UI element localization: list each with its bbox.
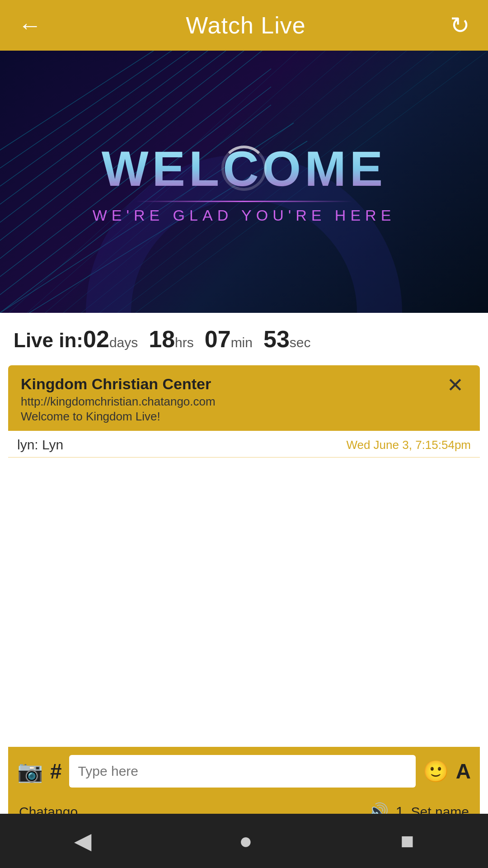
chat-input-toolbar: 📷 # 🙂 A bbox=[8, 747, 480, 796]
chat-body[interactable] bbox=[8, 458, 480, 747]
chat-text-input[interactable] bbox=[69, 755, 416, 788]
top-bar: ← Watch Live ↻ bbox=[0, 0, 488, 51]
video-player[interactable]: WELCOME WE'RE GLAD YOU'RE HERE bbox=[0, 51, 488, 313]
chat-message-text: lyn: Lyn bbox=[17, 437, 63, 453]
chat-message-area: lyn: Lyn Wed June 3, 7:15:54pm bbox=[8, 431, 480, 747]
chat-message-row: lyn: Lyn Wed June 3, 7:15:54pm bbox=[8, 431, 480, 458]
chat-header: Kingdom Christian Center http://kingdomc… bbox=[8, 365, 480, 431]
countdown-min-unit: min bbox=[231, 335, 253, 350]
countdown-sec-num: 53 bbox=[263, 326, 290, 353]
loading-spinner bbox=[221, 146, 267, 191]
welcome-underline bbox=[136, 201, 352, 202]
android-back-button[interactable]: ◀ bbox=[74, 828, 91, 854]
countdown-days-unit: days bbox=[109, 335, 138, 350]
countdown-days-num: 02 bbox=[83, 326, 109, 353]
chat-container: Kingdom Christian Center http://kingdomc… bbox=[8, 365, 480, 831]
refresh-button[interactable]: ↻ bbox=[450, 12, 470, 39]
hashtag-icon[interactable]: # bbox=[50, 759, 62, 783]
countdown-hrs-num: 18 bbox=[149, 326, 175, 353]
chat-info: Kingdom Christian Center http://kingdomc… bbox=[21, 375, 216, 424]
back-button[interactable]: ← bbox=[18, 12, 42, 39]
chat-close-button[interactable]: ✕ bbox=[443, 375, 467, 395]
countdown-label: Live in: bbox=[14, 329, 83, 352]
android-recents-button[interactable]: ■ bbox=[400, 828, 414, 854]
countdown-bar: Live in: 02 days 18 hrs 07 min 53 sec bbox=[0, 313, 488, 365]
chat-title: Kingdom Christian Center bbox=[21, 375, 216, 393]
android-home-button[interactable]: ● bbox=[239, 828, 253, 854]
countdown-sec-unit: sec bbox=[290, 335, 311, 350]
font-icon[interactable]: A bbox=[456, 759, 471, 783]
svg-line-9 bbox=[0, 51, 154, 150]
android-nav-bar: ◀ ● ■ bbox=[0, 814, 488, 868]
countdown-min-num: 07 bbox=[205, 326, 231, 353]
chat-message-time: Wed June 3, 7:15:54pm bbox=[346, 438, 471, 452]
chat-url: http://kingdomchristian.chatango.com bbox=[21, 395, 216, 409]
chat-welcome-msg: Welcome to Kingdom Live! bbox=[21, 410, 216, 424]
countdown-hrs-unit: hrs bbox=[175, 335, 194, 350]
camera-icon[interactable]: 📷 bbox=[17, 759, 43, 783]
page-title: Watch Live bbox=[186, 12, 305, 39]
welcome-subtitle: WE'RE GLAD YOU'RE HERE bbox=[93, 207, 396, 224]
emoji-icon[interactable]: 🙂 bbox=[423, 759, 449, 783]
video-welcome-content: WELCOME WE'RE GLAD YOU'RE HERE bbox=[93, 140, 396, 224]
